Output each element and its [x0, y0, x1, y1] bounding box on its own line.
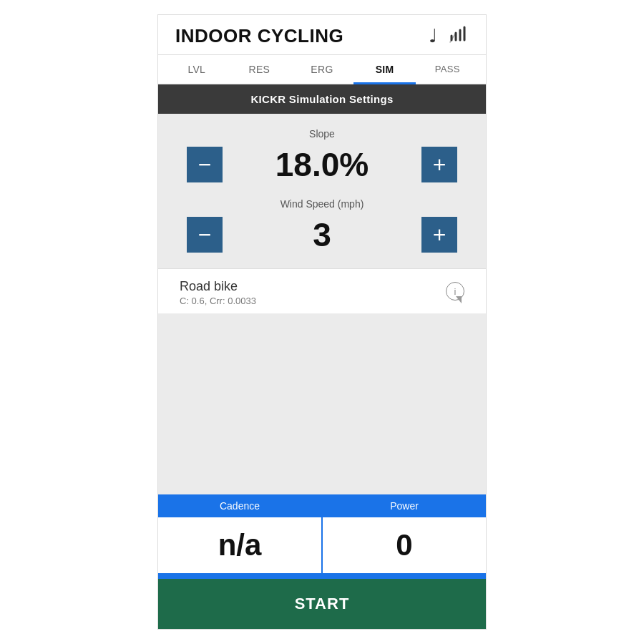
tab-sim[interactable]: SIM: [353, 55, 416, 84]
bike-info-icon[interactable]: i: [446, 282, 464, 301]
slope-control-row: − 18.0% +: [180, 145, 464, 184]
wind-speed-value: 3: [223, 215, 421, 254]
signal-icon[interactable]: [449, 26, 469, 47]
cadence-value: n/a: [158, 517, 321, 573]
power-header: Power: [323, 494, 486, 517]
app-header: INDOOR CYCLING ♩: [158, 15, 486, 55]
wind-speed-control-row: − 3 +: [180, 215, 464, 254]
power-value: 0: [323, 517, 486, 573]
start-button[interactable]: START: [158, 579, 486, 629]
section-header: KICKR Simulation Settings: [158, 84, 486, 114]
app-title: INDOOR CYCLING: [175, 25, 343, 47]
tab-res[interactable]: RES: [228, 55, 291, 84]
slope-section: Slope − 18.0% +: [180, 128, 464, 184]
slope-value: 18.0%: [223, 145, 421, 184]
bottom-accent-bar: [158, 573, 486, 579]
cadence-header: Cadence: [158, 494, 321, 517]
bike-name: Road bike: [180, 279, 256, 294]
wind-speed-label: Wind Speed (mph): [180, 198, 464, 210]
slope-decrease-button[interactable]: −: [187, 147, 223, 182]
header-icons: ♩: [429, 25, 469, 47]
tab-pass[interactable]: PASS: [416, 55, 479, 84]
bike-params: C: 0.6, Crr: 0.0033: [180, 296, 256, 306]
tab-erg[interactable]: ERG: [291, 55, 353, 84]
wind-speed-increase-button[interactable]: +: [421, 217, 457, 253]
bike-section[interactable]: Road bike C: 0.6, Crr: 0.0033 i: [158, 268, 486, 313]
wind-speed-section: Wind Speed (mph) − 3 +: [180, 198, 464, 254]
power-cell: Power 0: [323, 494, 486, 573]
sim-panel: Slope − 18.0% + Wind Speed (mph) − 3 + R…: [158, 114, 486, 494]
wind-speed-decrease-button[interactable]: −: [187, 217, 223, 253]
slope-increase-button[interactable]: +: [421, 147, 457, 182]
bike-info: Road bike C: 0.6, Crr: 0.0033: [180, 279, 256, 306]
slope-label: Slope: [180, 128, 464, 140]
phone-frame: INDOOR CYCLING ♩ LVL RES ERG SIM PASS KI…: [157, 14, 487, 630]
music-icon[interactable]: ♩: [429, 25, 437, 47]
dropdown-arrow-icon: [456, 296, 462, 303]
cadence-cell: Cadence n/a: [158, 494, 321, 573]
tabs-bar: LVL RES ERG SIM PASS: [158, 55, 486, 84]
tab-lvl[interactable]: LVL: [165, 55, 228, 84]
metrics-row: Cadence n/a Power 0: [158, 494, 486, 573]
